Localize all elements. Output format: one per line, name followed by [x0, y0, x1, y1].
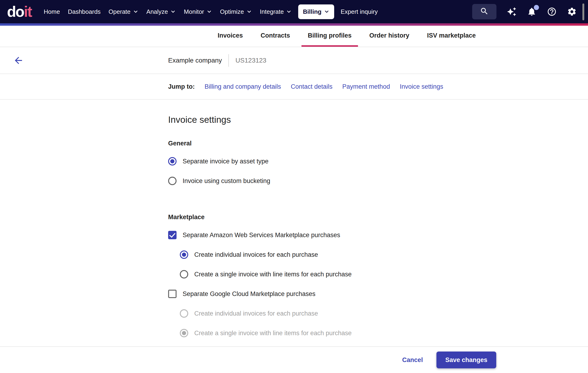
chevron-down-icon	[206, 9, 212, 14]
billing-tabbar: Invoices Contracts Billing profiles Orde…	[0, 26, 588, 47]
nav-item-operate[interactable]: Operate	[106, 4, 141, 19]
chevron-down-icon	[286, 9, 292, 14]
tab-invoices[interactable]: Invoices	[211, 26, 249, 47]
nav-item-home[interactable]: Home	[41, 4, 63, 19]
jump-to-label: Jump to:	[168, 83, 195, 90]
cancel-button[interactable]: Cancel	[402, 356, 423, 364]
chevron-down-icon	[246, 9, 252, 14]
checkbox-option-separate-aws-marketplace[interactable]: Separate Amazon Web Services Marketplace…	[168, 225, 588, 245]
logo-text-do: do	[7, 3, 24, 20]
search-icon	[480, 7, 489, 17]
scrollbar-thumb[interactable]	[582, 3, 584, 20]
nav-item-dashboards[interactable]: Dashboards	[65, 4, 104, 19]
jump-to-row: Jump to: Billing and company details Con…	[0, 74, 588, 100]
tab-contracts[interactable]: Contracts	[254, 26, 296, 47]
notification-badge	[534, 5, 539, 10]
nav-item-expert-inquiry[interactable]: Expert inquiry	[338, 4, 381, 19]
sparkles-icon[interactable]	[507, 7, 516, 17]
help-icon[interactable]	[547, 7, 557, 17]
company-id: US123123	[235, 57, 266, 64]
jump-link-contact-details[interactable]: Contact details	[291, 83, 333, 90]
form-footer: Cancel Save changes	[0, 346, 588, 373]
tab-isv-marketplace[interactable]: ISV marketplace	[421, 26, 482, 47]
general-section-heading: General	[168, 139, 588, 147]
nav-item-monitor[interactable]: Monitor	[181, 4, 215, 19]
radio-disabled-selected-icon	[180, 329, 188, 337]
radio-option-gcp-individual-invoices-disabled: Create individual invoices for each purc…	[180, 304, 588, 323]
doit-logo[interactable]: doit	[7, 0, 32, 23]
chevron-down-icon	[324, 9, 329, 14]
tab-billing-profiles[interactable]: Billing profiles	[302, 26, 358, 47]
title-divider	[228, 54, 229, 67]
nav-item-analyze[interactable]: Analyze	[144, 4, 179, 19]
radio-option-aws-single-invoice[interactable]: Create a single invoice with line items …	[180, 264, 588, 284]
search-button[interactable]	[472, 4, 496, 19]
nav-item-optimize[interactable]: Optimize	[217, 4, 255, 19]
chevron-down-icon	[170, 9, 176, 14]
radio-unselected-icon[interactable]	[180, 270, 188, 279]
primary-nav: Home Dashboards Operate Analyze Monitor …	[41, 4, 380, 19]
jump-link-billing-company-details[interactable]: Billing and company details	[205, 83, 281, 90]
jump-link-payment-method[interactable]: Payment method	[342, 83, 390, 90]
profile-header-row: Example company US123123	[0, 47, 588, 74]
radio-unselected-icon[interactable]	[168, 177, 177, 185]
radio-option-custom-bucketing[interactable]: Invoice using custom bucketing	[168, 171, 588, 191]
nav-item-billing-active[interactable]: Billing	[298, 4, 334, 19]
logo-text-it: it	[24, 3, 32, 20]
bell-icon[interactable]	[527, 7, 537, 17]
brand-gradient-divider	[0, 23, 588, 26]
company-name: Example company	[168, 57, 222, 64]
radio-selected-icon[interactable]	[168, 157, 177, 166]
chevron-down-icon	[133, 9, 138, 14]
tab-order-history[interactable]: Order history	[363, 26, 416, 47]
radio-selected-icon[interactable]	[180, 250, 188, 259]
checkbox-option-separate-gcp-marketplace[interactable]: Separate Google Cloud Marketplace purcha…	[168, 284, 588, 304]
profile-title: Example company US123123	[168, 54, 266, 67]
radio-option-separate-by-asset-type[interactable]: Separate invoice by asset type	[168, 152, 588, 171]
page-title: Invoice settings	[168, 114, 588, 125]
marketplace-section-heading: Marketplace	[168, 213, 588, 221]
arrow-back-icon	[13, 62, 24, 67]
invoice-settings-form: Invoice settings General Separate invoic…	[0, 114, 588, 343]
jump-link-invoice-settings[interactable]: Invoice settings	[400, 83, 443, 90]
radio-option-aws-individual-invoices[interactable]: Create individual invoices for each purc…	[180, 245, 588, 264]
radio-option-gcp-single-invoice-disabled: Create a single invoice with line items …	[180, 323, 588, 343]
checkbox-checked-icon[interactable]	[168, 231, 177, 239]
nav-item-integrate[interactable]: Integrate	[257, 4, 295, 19]
radio-disabled-icon	[180, 309, 188, 318]
back-button[interactable]	[13, 55, 24, 66]
navbar-actions	[472, 4, 577, 19]
checkbox-unchecked-icon[interactable]	[168, 290, 177, 298]
top-navbar: doit Home Dashboards Operate Analyze Mon…	[0, 0, 588, 23]
save-changes-button[interactable]: Save changes	[436, 352, 496, 368]
gear-icon[interactable]	[567, 7, 577, 17]
